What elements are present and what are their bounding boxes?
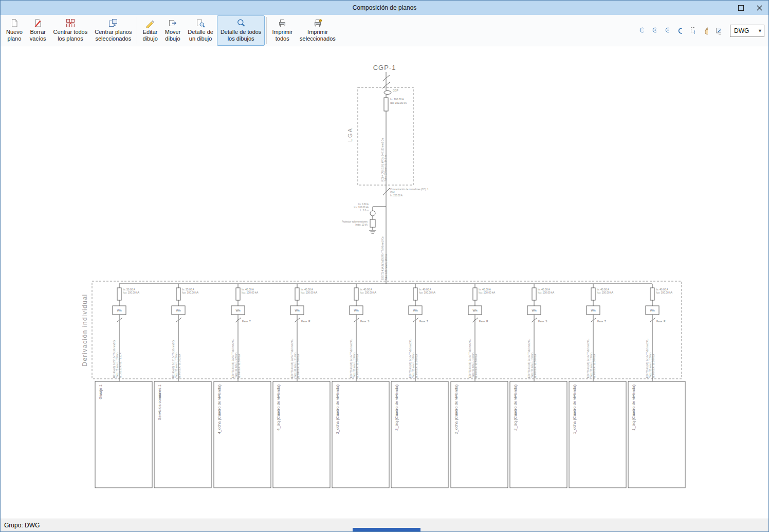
meter-line2: Icu: 100.00 kA <box>354 206 369 209</box>
ground-symbol <box>369 230 376 233</box>
print-all-icon <box>278 18 287 28</box>
redraw-button[interactable] <box>673 25 686 37</box>
zoom-window-button[interactable] <box>635 25 647 37</box>
svg-text:Wh: Wh <box>650 309 655 312</box>
format-selector[interactable]: DWG ▼ <box>730 25 764 37</box>
detail-all-drawings-icon <box>236 18 246 28</box>
meter-line3: L: 2.0 m <box>360 209 369 212</box>
title-bar: Composición de planos <box>1 1 768 15</box>
center-selected-plans-button[interactable]: Centrar planos seleccionados <box>91 15 135 46</box>
plano-box[interactable] <box>95 381 152 488</box>
center-all-plans-button[interactable]: Centrar todos los planos <box>50 15 91 46</box>
svg-text:Icu: 100.00 kA: Icu: 100.00 kA <box>419 291 436 294</box>
zoom-out-button[interactable] <box>661 25 673 37</box>
plano-label: 3_izq (Cuadro de vivienda) <box>394 384 399 431</box>
maximize-button[interactable] <box>731 1 750 15</box>
lga-fuse-symbol <box>384 98 388 111</box>
plano-box[interactable] <box>510 381 567 488</box>
zoom-out-icon <box>664 26 669 35</box>
svg-text:Wh: Wh <box>532 309 537 312</box>
di-branch: In: 40.00 A Icu: 100.00 kA Wh Fase: S ES… <box>527 284 555 381</box>
detail-one-drawing-button[interactable]: Detalle de un dibujo <box>184 15 217 46</box>
svg-text:Tubo: 50 mm / L: 18.0 m: Tubo: 50 mm / L: 18.0 m <box>412 353 415 378</box>
move-drawing-button[interactable]: Mover dibujo <box>161 15 185 46</box>
lga-fuse-line2: Icu: 100.00 kA <box>390 101 407 104</box>
cgp-label: CGP-1 <box>373 64 396 71</box>
detail-one-drawing-label: Detalle de un dibujo <box>188 29 213 42</box>
toolbar-separator <box>137 17 137 44</box>
print-selected-icon <box>313 18 322 28</box>
zoom-window-icon <box>638 26 644 35</box>
plano-label: 1_izq (Cuadro de vivienda) <box>631 384 636 431</box>
svg-text:Tubo: 63 mm / L: 21.0 m: Tubo: 63 mm / L: 21.0 m <box>294 353 297 378</box>
plano-box[interactable] <box>391 381 448 488</box>
svg-text:Fase: T: Fase: T <box>242 320 251 323</box>
new-plan-icon <box>10 18 19 28</box>
delete-empty-button[interactable]: Borrar vacíos <box>26 15 50 46</box>
pan-button[interactable] <box>699 25 711 37</box>
svg-text:Iz: 84.00 A / I2: 58.00 A: Iz: 84.00 A / I2: 58.00 A <box>297 354 300 378</box>
center-all-plans-label: Centrar todos los planos <box>53 29 88 42</box>
svg-text:ES07Z1-K (AS) 2x25+TTx16 mm2 C: ES07Z1-K (AS) 2x25+TTx16 mm2 Cu <box>232 339 234 378</box>
svg-text:Tubo: 50 mm / L: 13.0 m: Tubo: 50 mm / L: 13.0 m <box>590 353 593 378</box>
detail-all-drawings-label: Detalle de todos los dibujos <box>221 29 262 42</box>
drawing-canvas[interactable]: CGP-1 LGA CGP In: 160.00 A Icu: 100.00 k… <box>1 46 768 519</box>
plano-box[interactable] <box>451 381 508 488</box>
print-selected-label: Imprimir seleccionados <box>300 29 336 42</box>
svg-text:Fase: R: Fase: R <box>301 320 310 323</box>
plano-box[interactable] <box>154 381 211 488</box>
detail-all-drawings-button[interactable]: Detalle de todos los dibujos <box>217 15 265 46</box>
svg-text:ES07Z1-K (AS) 2x16+TTx16 mm2 C: ES07Z1-K (AS) 2x16+TTx16 mm2 Cu <box>587 339 590 378</box>
di-branch: In: 40.00 A Icu: 100.00 kA Wh Fase: R ES… <box>468 284 496 381</box>
svg-text:RZ1-K (AS) 3x10/10+TTx10 mm2 C: RZ1-K (AS) 3x10/10+TTx10 mm2 Cu <box>172 339 175 378</box>
zoom-extents-button[interactable] <box>686 25 699 37</box>
edit-drawing-button[interactable]: Editar dibujo <box>139 15 161 46</box>
delete-empty-label: Borrar vacíos <box>30 29 46 42</box>
main-cable-line1: ES07Z1-K (AS) 3x150/95+TTx95 mm2 Cu <box>381 236 384 280</box>
svg-text:Iz: 66.00 A / I2: 58.00 A: Iz: 66.00 A / I2: 58.00 A <box>475 354 478 378</box>
svg-text:Iz: 66.00 A / I2: 58.00 A: Iz: 66.00 A / I2: 58.00 A <box>415 354 418 378</box>
maximize-icon <box>738 5 744 11</box>
zoom-toolbar: DWG ▼ <box>635 15 766 46</box>
spd-line2: Imáx: 10 kA <box>355 224 368 226</box>
svg-text:Fase: T: Fase: T <box>597 320 606 323</box>
svg-text:Wh: Wh <box>473 309 478 312</box>
svg-text:Fase: T: Fase: T <box>419 320 428 323</box>
svg-text:Icu: 100.00 kA: Icu: 100.00 kA <box>123 291 140 294</box>
move-drawing-label: Mover dibujo <box>165 29 181 42</box>
close-button[interactable] <box>750 1 768 15</box>
print-all-button[interactable]: Imprimir todos <box>268 15 296 46</box>
plano-box[interactable] <box>628 381 685 488</box>
di-branch: In: 40.00 A Icu: 100.00 kA Wh Fase: S ES… <box>350 284 377 381</box>
plano-box[interactable] <box>273 381 330 488</box>
center-selected-plans-label: Centrar planos seleccionados <box>95 29 132 42</box>
print-selected-button[interactable]: Imprimir seleccionados <box>296 15 339 46</box>
svg-text:Iz: 66.00 A / I2: 58.00 A: Iz: 66.00 A / I2: 58.00 A <box>534 354 537 378</box>
svg-text:Icu: 100.00 kA: Icu: 100.00 kA <box>301 291 318 294</box>
status-group-label: Grupo: DWG <box>4 522 40 529</box>
zoom-extents-icon <box>690 26 695 35</box>
zoom-in-button[interactable] <box>648 25 660 37</box>
svg-text:Wh: Wh <box>295 309 300 312</box>
new-plan-button[interactable]: Nuevo plano <box>3 15 26 46</box>
plano-box[interactable] <box>332 381 389 488</box>
svg-text:Tubo: 63 mm / L: 22.0 m: Tubo: 63 mm / L: 22.0 m <box>235 353 237 378</box>
center-all-plans-icon <box>66 18 75 28</box>
plano-label: 3_dcha (Cuadro de vivienda) <box>335 384 340 434</box>
di-branch: In: 40.00 A Icu: 100.00 kA Wh Fase: R ES… <box>290 284 318 381</box>
svg-text:Iz: 66.00 A / I2: 58.00 A: Iz: 66.00 A / I2: 58.00 A <box>356 354 359 378</box>
svg-text:ES07Z1-K (AS) 2x16+TTx16 mm2 C: ES07Z1-K (AS) 2x16+TTx16 mm2 Cu <box>469 339 471 378</box>
plano-box[interactable] <box>214 381 271 488</box>
plano-label: Garaje 1 <box>98 384 103 399</box>
svg-text:Tubo: 50 mm / L: 15.0 m: Tubo: 50 mm / L: 15.0 m <box>531 353 534 378</box>
svg-text:Icu: 100.00 kA: Icu: 100.00 kA <box>242 291 259 294</box>
svg-text:Fase: S: Fase: S <box>360 320 370 323</box>
new-plan-label: Nuevo plano <box>6 29 23 42</box>
pan-hand-icon <box>703 26 708 35</box>
detail-one-drawing-icon <box>196 18 205 28</box>
app-window: Composición de planos Nuevo plano Borrar… <box>0 0 769 532</box>
plano-box[interactable] <box>569 381 626 488</box>
di-branch: In: 40.00 A Icu: 100.00 kA Wh Fase: T ES… <box>409 284 436 381</box>
delete-empty-icon <box>33 18 43 28</box>
screen-detail-button[interactable] <box>712 25 724 37</box>
